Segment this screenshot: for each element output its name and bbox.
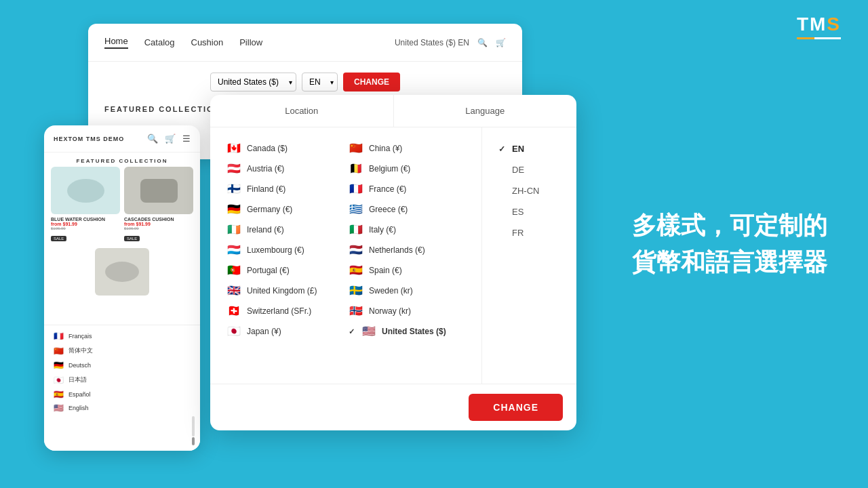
pillow-shape-2 <box>140 179 178 203</box>
country-item[interactable]: 🇨🇭 Switzerland (SFr.) <box>224 301 346 321</box>
shop-nav-right: United States ($) EN 🔍 🛒 <box>395 38 506 47</box>
mobile-product-img-1 <box>51 167 120 214</box>
main-modal: Location Language 🇨🇦 Canada ($) 🇨🇳 China… <box>210 95 576 430</box>
mobile-featured-label: FEATURED COLLECTION <box>44 152 200 167</box>
language-code: EN <box>512 144 524 154</box>
mobile-product-2: CASCADES CUSHION from $91.99 $106.99 SAL… <box>124 167 193 243</box>
mobile-search-icon[interactable]: 🔍 <box>147 134 158 144</box>
language-code: ES <box>512 207 524 217</box>
country-item[interactable]: 🇨🇦 Canada ($) <box>224 138 346 159</box>
modal-language-title: Language <box>394 95 577 127</box>
country-item[interactable]: 🇳🇱 Netherlands (€) <box>346 240 468 260</box>
mobile-product-name-1: BLUE WATER CUSHION <box>51 217 120 222</box>
tms-logo: TMS <box>797 14 841 39</box>
modal-body: 🇨🇦 Canada ($) 🇨🇳 China (¥) 🇦🇹 Austria (€… <box>210 127 576 384</box>
country-item[interactable]: 🇨🇳 China (¥) <box>346 138 468 159</box>
country-item[interactable]: 🇫🇮 Finland (€) <box>224 179 346 199</box>
language-code: ZH-CN <box>512 186 539 196</box>
modal-location-title: Location <box>210 95 393 127</box>
mobile-sale-badge-2: SALE <box>124 236 140 241</box>
lang-select[interactable]: EN <box>302 73 338 92</box>
tagline-line1: 多樣式，可定制的 <box>632 207 827 244</box>
lang-select-wrapper[interactable]: EN <box>302 73 338 92</box>
modal-header: Location Language <box>210 95 576 127</box>
cart-icon[interactable]: 🛒 <box>496 38 506 47</box>
country-item[interactable]: 🇯🇵 Japan (¥) <box>224 321 346 342</box>
language-item[interactable]: ES <box>496 201 563 222</box>
mobile-product-oldprice-1: $106.99 <box>51 226 120 230</box>
language-item[interactable]: ✓ EN <box>496 138 563 159</box>
country-item[interactable]: 🇸🇪 Sweden (kr) <box>346 281 468 301</box>
mobile-dropdown-list: 🇫🇷Français🇨🇳简体中文🇩🇪Deutsch🇯🇵日本語🇪🇸Español🇺… <box>44 329 200 415</box>
mobile-sale-badge-1: SALE <box>51 236 66 241</box>
mobile-header: HEXTOM TMS DEMO 🔍 🛒 ☰ <box>44 125 200 152</box>
language-code: FR <box>512 228 524 238</box>
modal-language-panel: ✓ EN DE ZH-CN ES FR <box>481 127 576 384</box>
change-button-lg[interactable]: CHANGE <box>469 394 563 421</box>
country-item[interactable]: 🇮🇪 Ireland (€) <box>224 220 346 240</box>
mobile-product-name-2: CASCADES CUSHION <box>124 217 193 222</box>
mobile-card: HEXTOM TMS DEMO 🔍 🛒 ☰ FEATURED COLLECTIO… <box>44 125 200 451</box>
mobile-lang-item[interactable]: 🇩🇪Deutsch <box>44 359 200 372</box>
nav-cushion[interactable]: Cushion <box>191 37 224 47</box>
country-grid: 🇨🇦 Canada ($) 🇨🇳 China (¥) 🇦🇹 Austria (€… <box>224 138 468 342</box>
language-item[interactable]: DE <box>496 159 563 180</box>
mobile-lang-item[interactable]: 🇨🇳简体中文 <box>44 343 200 359</box>
region-label: United States ($) EN <box>395 38 469 47</box>
mobile-product-img-2 <box>124 167 193 214</box>
tms-underline <box>797 37 841 39</box>
tagline-line2: 貨幣和語言選擇器 <box>632 244 827 281</box>
mobile-products: BLUE WATER CUSHION from $91.99 $106.99 S… <box>44 167 200 243</box>
country-item[interactable]: 🇱🇺 Luxembourg (€) <box>224 240 346 260</box>
modal-location-panel: 🇨🇦 Canada ($) 🇨🇳 China (¥) 🇦🇹 Austria (€… <box>210 127 481 384</box>
nav-home[interactable]: Home <box>104 36 128 49</box>
change-button-sm[interactable]: CHANGE <box>343 73 400 92</box>
pillow-shape-1 <box>67 179 104 203</box>
country-item[interactable]: ✓ 🇺🇸 United States ($) <box>346 321 468 342</box>
language-code: DE <box>512 165 524 175</box>
country-item[interactable]: 🇧🇪 Belgium (€) <box>346 159 468 179</box>
language-item[interactable]: FR <box>496 222 563 243</box>
nav-catalog[interactable]: Catalog <box>144 37 175 47</box>
mobile-menu-icon[interactable]: ☰ <box>182 134 191 144</box>
country-item[interactable]: 🇵🇹 Portugal (€) <box>224 260 346 281</box>
tms-logo-accent: S <box>827 14 841 35</box>
mobile-product-price-1: from $91.99 <box>51 222 120 226</box>
mobile-lang-item[interactable]: 🇪🇸Español <box>44 388 200 401</box>
modal-footer: CHANGE <box>210 384 576 430</box>
mobile-product-oldprice-2: $106.99 <box>124 226 193 230</box>
country-item[interactable]: 🇫🇷 France (€) <box>346 179 468 199</box>
mobile-product-price-2: from $91.99 <box>124 222 193 226</box>
mobile-dropdown-overlay: 🇫🇷Français🇨🇳简体中文🇩🇪Deutsch🇯🇵日本語🇪🇸Español🇺… <box>44 325 200 451</box>
country-item[interactable]: 🇳🇴 Norway (kr) <box>346 301 468 321</box>
country-select[interactable]: United States ($) <box>210 73 296 92</box>
country-select-wrapper[interactable]: United States ($) <box>210 73 296 92</box>
language-list: ✓ EN DE ZH-CN ES FR <box>496 138 563 243</box>
country-item[interactable]: 🇪🇸 Spain (€) <box>346 260 468 281</box>
nav-pillow[interactable]: Pillow <box>239 37 262 47</box>
mobile-lang-item[interactable]: 🇺🇸English <box>44 401 200 415</box>
country-item[interactable]: 🇦🇹 Austria (€) <box>224 159 346 179</box>
mobile-icons: 🔍 🛒 ☰ <box>147 134 191 144</box>
country-item[interactable]: 🇮🇹 Italy (€) <box>346 220 468 240</box>
shop-nav: Home Catalog Cushion Pillow United State… <box>88 24 522 62</box>
mobile-lang-item[interactable]: 🇫🇷Français <box>44 329 200 343</box>
country-item[interactable]: 🇩🇪 Germany (€) <box>224 199 346 220</box>
country-item[interactable]: 🇬🇷 Greece (€) <box>346 199 468 220</box>
mobile-cart-icon[interactable]: 🛒 <box>165 134 176 144</box>
mobile-logo: HEXTOM TMS DEMO <box>54 136 124 142</box>
country-item[interactable]: 🇬🇧 United Kingdom (£) <box>224 281 346 301</box>
language-item[interactable]: ZH-CN <box>496 180 563 201</box>
mobile-lang-item[interactable]: 🇯🇵日本語 <box>44 372 200 388</box>
search-icon[interactable]: 🔍 <box>477 38 488 47</box>
tagline: 多樣式，可定制的 貨幣和語言選擇器 <box>632 207 827 281</box>
mobile-product-1: BLUE WATER CUSHION from $91.99 $106.99 S… <box>51 167 120 243</box>
